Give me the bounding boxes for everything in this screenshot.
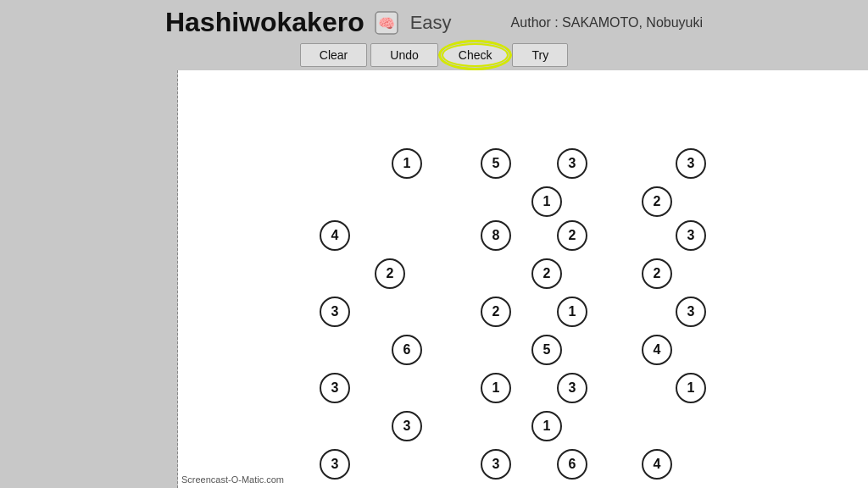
title-row: Hashiwokakero 🧠 Easy Author : SAKAMOTO, … <box>165 7 703 38</box>
puzzle-node-n28[interactable]: 3 <box>481 449 511 480</box>
puzzle-node-n12[interactable]: 2 <box>531 258 562 289</box>
brain-icon: 🧠 <box>373 9 400 36</box>
svg-text:🧠: 🧠 <box>378 15 395 31</box>
puzzle-node-n26[interactable]: 1 <box>531 411 562 441</box>
puzzle-node-n24[interactable]: 1 <box>676 373 706 403</box>
header: Hashiwokakero 🧠 Easy Author : SAKAMOTO, … <box>0 0 868 70</box>
puzzle-node-n30[interactable]: 4 <box>642 449 672 480</box>
puzzle-node-n23[interactable]: 3 <box>557 373 587 403</box>
puzzle-node-n8[interactable]: 8 <box>481 220 511 251</box>
puzzle-node-n17[interactable]: 3 <box>676 297 706 327</box>
author-label: Author : SAKAMOTO, Nobuyuki <box>511 15 703 30</box>
check-button[interactable]: Check <box>442 43 509 67</box>
try-button[interactable]: Try <box>512 43 568 67</box>
puzzle-node-n21[interactable]: 3 <box>320 373 350 403</box>
left-panel <box>0 70 178 488</box>
puzzle-node-n20[interactable]: 4 <box>642 335 672 365</box>
puzzle-area: Screencast-O-Matic.com 15331248232223213… <box>178 70 868 488</box>
puzzle-node-n13[interactable]: 2 <box>642 258 672 289</box>
puzzle-node-n15[interactable]: 2 <box>481 297 511 327</box>
puzzle-node-n6[interactable]: 2 <box>642 186 672 217</box>
puzzle-node-n4[interactable]: 3 <box>676 148 706 179</box>
puzzle-node-n27[interactable]: 3 <box>320 449 350 480</box>
content-area: Screencast-O-Matic.com 15331248232223213… <box>0 70 868 488</box>
toolbar: Clear Undo Check Try <box>300 43 568 67</box>
puzzle-node-n22[interactable]: 1 <box>481 373 511 403</box>
game-title: Hashiwokakero <box>165 7 364 38</box>
puzzle-node-n14[interactable]: 3 <box>320 297 350 327</box>
puzzle-node-n29[interactable]: 6 <box>557 449 587 480</box>
puzzle-node-n10[interactable]: 3 <box>676 220 706 251</box>
clear-button[interactable]: Clear <box>300 43 367 67</box>
difficulty-label: Easy <box>410 12 452 34</box>
undo-button[interactable]: Undo <box>370 43 437 67</box>
puzzle-node-n7[interactable]: 4 <box>320 220 350 251</box>
watermark: Screencast-O-Matic.com <box>181 474 284 485</box>
puzzle-node-n19[interactable]: 5 <box>531 335 562 365</box>
puzzle-node-n11[interactable]: 2 <box>375 258 405 289</box>
puzzle-node-n25[interactable]: 3 <box>392 411 422 441</box>
puzzle-node-n5[interactable]: 1 <box>531 186 562 217</box>
puzzle-node-n3[interactable]: 3 <box>557 148 587 179</box>
puzzle-node-n2[interactable]: 5 <box>481 148 511 179</box>
puzzle-node-n18[interactable]: 6 <box>392 335 422 365</box>
main-container: Hashiwokakero 🧠 Easy Author : SAKAMOTO, … <box>0 0 868 488</box>
puzzle-node-n9[interactable]: 2 <box>557 220 587 251</box>
puzzle-node-n16[interactable]: 1 <box>557 297 587 327</box>
puzzle-node-n1[interactable]: 1 <box>392 148 422 179</box>
